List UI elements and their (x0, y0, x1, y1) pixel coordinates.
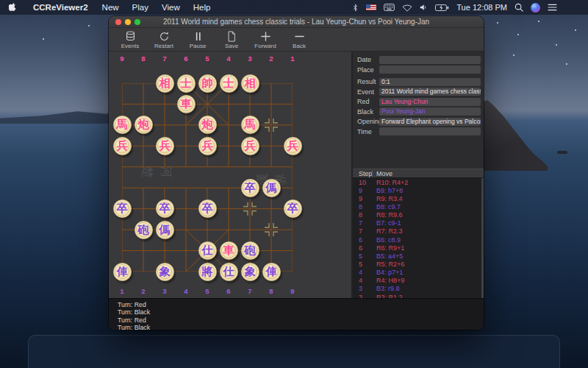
toolbar-button-forward[interactable]: Forward (250, 30, 281, 49)
date-field[interactable] (379, 56, 481, 64)
menu-item-view[interactable]: View (155, 3, 187, 12)
board-pane: 楚河 漢界 987654321123456789相士帥士相車馬炮炮馬兵兵兵兵兵卒… (109, 52, 351, 298)
piece-red-相[interactable]: 相 (156, 74, 174, 93)
desktop-panel[interactable] (28, 335, 560, 368)
piece-black-仕[interactable]: 仕 (220, 263, 238, 281)
log-area[interactable]: Turn: RedTurn: BlackTurn: RedTurn: Black (109, 298, 484, 330)
file-number-bottom: 8 (264, 287, 279, 295)
minimize-button[interactable] (125, 19, 131, 25)
close-button[interactable] (115, 19, 121, 25)
piece-black-卒[interactable]: 卒 (284, 199, 302, 218)
keyboard-icon[interactable] (384, 4, 395, 11)
apple-menu-icon[interactable] (0, 2, 26, 13)
piece-red-炮[interactable]: 炮 (198, 116, 217, 134)
zoom-button[interactable] (135, 19, 140, 25)
battery-charging-icon[interactable] (435, 4, 449, 11)
piece-red-兵[interactable]: 兵 (156, 137, 174, 155)
us-flag-icon[interactable] (366, 4, 376, 10)
piece-black-卒[interactable]: 卒 (198, 199, 217, 218)
bluetooth-icon[interactable] (352, 3, 359, 13)
file-number-bottom: 7 (243, 287, 257, 295)
move-row[interactable]: 3B3: r9.8 (353, 285, 484, 293)
move-row[interactable]: 4B4: p7+1 (353, 269, 484, 277)
table-scrollbar[interactable] (481, 178, 484, 298)
move-row[interactable]: 5R5: R2+6 (353, 260, 484, 268)
red-field[interactable]: Lau Yeung-Chun (379, 98, 481, 106)
column-header-step[interactable]: Step (353, 170, 372, 177)
piece-red-士[interactable]: 士 (220, 74, 238, 93)
move-row[interactable]: 6B6: c8.9 (353, 236, 484, 244)
piece-black-卒[interactable]: 卒 (113, 199, 132, 218)
move-row[interactable]: 4R4: H8+9 (353, 277, 484, 285)
siri-icon[interactable] (531, 3, 540, 13)
toolbar-button-pause[interactable]: Pause (182, 30, 213, 49)
time-field[interactable] (379, 127, 481, 135)
menu-item-new[interactable]: New (96, 3, 126, 12)
volume-icon[interactable] (420, 4, 428, 11)
piece-red-馬[interactable]: 馬 (241, 116, 259, 134)
move-step: 3 (353, 285, 372, 292)
menu-item-help[interactable]: Help (187, 3, 218, 12)
toolbar-button-save[interactable]: Save (216, 30, 247, 49)
piece-black-傌[interactable]: 傌 (156, 221, 174, 239)
piece-black-砲[interactable]: 砲 (135, 221, 153, 239)
piece-black-俥[interactable]: 俥 (113, 263, 132, 281)
file-number-bottom: 5 (200, 287, 215, 295)
toolbar-button-back[interactable]: Back (284, 30, 315, 49)
move-notation: B7: c9-1 (372, 219, 401, 227)
moves-table[interactable]: 10R10: R4+29B9: h7+89R9: R3.48B8: c9.78R… (353, 178, 484, 298)
move-notation: B6: c8.9 (372, 236, 401, 244)
piece-black-砲[interactable]: 砲 (241, 241, 259, 260)
event-field[interactable]: 2011 World mind games chess classic tria… (379, 88, 481, 96)
piece-red-帥[interactable]: 帥 (198, 74, 217, 93)
piece-red-兵[interactable]: 兵 (241, 137, 259, 155)
piece-red-兵[interactable]: 兵 (113, 137, 132, 155)
notification-center-icon[interactable] (548, 4, 557, 11)
piece-red-兵[interactable]: 兵 (198, 137, 217, 155)
result-field[interactable]: 0:1 (379, 78, 481, 86)
wifi-icon[interactable] (402, 4, 412, 12)
move-row[interactable]: 3R3: R1.2 (353, 293, 484, 298)
piece-red-士[interactable]: 士 (177, 74, 196, 93)
window-titlebar[interactable]: 2011 World mind games chess classic tria… (109, 16, 484, 28)
move-row[interactable]: 10R10: R4+2 (353, 178, 484, 186)
piece-red-車[interactable]: 車 (177, 95, 196, 113)
move-row[interactable]: 7R7: R2.3 (353, 227, 484, 236)
toolbar-button-label: Restart (154, 43, 173, 49)
app-menu-name[interactable]: CCReViewer2 (26, 3, 96, 12)
menu-item-play[interactable]: Play (126, 3, 155, 12)
file-number-top: 8 (136, 54, 151, 63)
piece-black-傌[interactable]: 傌 (262, 179, 281, 197)
black-field[interactable]: Pooi Yeung-Jan (379, 107, 481, 116)
toolbar-button-events[interactable]: Events (115, 30, 146, 49)
column-header-move[interactable]: Move (376, 170, 392, 177)
piece-red-相[interactable]: 相 (241, 74, 259, 93)
piece-black-象[interactable]: 象 (241, 263, 259, 281)
piece-black-仕[interactable]: 仕 (198, 241, 217, 260)
opening-field[interactable]: Forward Elephant opening vs Palcorner Ca… (379, 118, 481, 126)
piece-black-象[interactable]: 象 (156, 263, 174, 281)
toolbar-button-restart[interactable]: Restart (148, 30, 179, 49)
file-number-top: 7 (157, 54, 172, 63)
piece-black-卒[interactable]: 卒 (156, 199, 174, 218)
field-label: Time (353, 128, 379, 135)
move-row[interactable]: 9R9: R3.4 (353, 194, 484, 202)
piece-black-將[interactable]: 將 (198, 263, 217, 281)
move-row[interactable]: 7B7: c9-1 (353, 219, 484, 227)
menu-bar-clock[interactable]: Tue 12:08 PM (456, 3, 507, 12)
piece-red-炮[interactable]: 炮 (135, 116, 153, 134)
move-row[interactable]: 6R6: R9+1 (353, 244, 484, 252)
move-row[interactable]: 8R8: R9.6 (353, 211, 484, 219)
move-row[interactable]: 9B9: h7+8 (353, 186, 484, 194)
move-row[interactable]: 8B8: c9.7 (353, 202, 484, 210)
piece-black-卒[interactable]: 卒 (241, 179, 259, 197)
place-field[interactable] (379, 66, 481, 74)
piece-black-俥[interactable]: 俥 (262, 263, 281, 281)
piece-red-馬[interactable]: 馬 (113, 116, 132, 134)
move-row[interactable]: 5B5: a4+5 (353, 252, 484, 260)
piece-red-兵[interactable]: 兵 (284, 137, 302, 155)
log-line: Turn: Black (118, 308, 484, 316)
piece-red-車[interactable]: 車 (220, 241, 238, 260)
spotlight-icon[interactable] (514, 3, 523, 12)
move-step: 9 (353, 195, 372, 202)
